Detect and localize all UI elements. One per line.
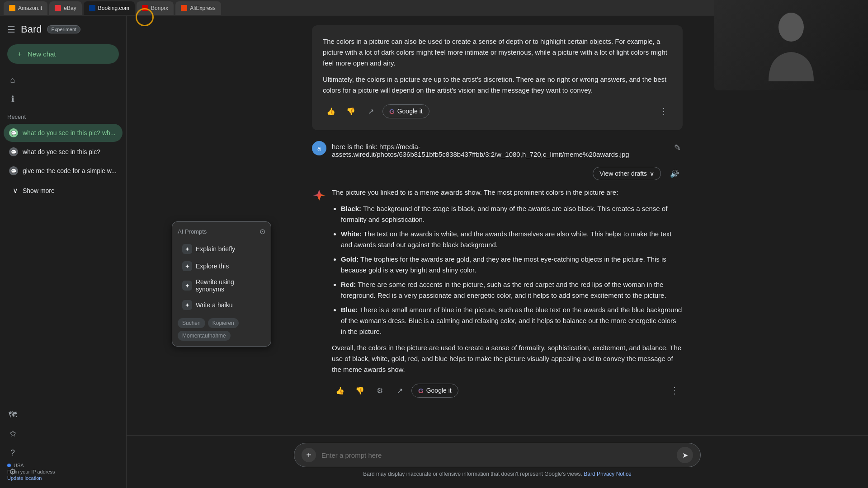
webcam-overlay <box>714 0 868 90</box>
sidebar-star-icon[interactable]: ✩ <box>4 425 22 443</box>
thumbs-down-button-1[interactable]: 👎 <box>343 103 359 119</box>
plus-icon: ＋ <box>16 50 23 58</box>
recent-items-list: 💬 what do you see in this pic? wh... 💬 w… <box>0 124 126 180</box>
share-button-2[interactable]: ↗ <box>392 382 408 399</box>
share-button-1[interactable]: ↗ <box>363 103 379 119</box>
tag-momentaufnahme[interactable]: Momentaufnahme <box>178 331 231 341</box>
explain-briefly-button[interactable]: ✦ Explain briefly <box>178 240 265 258</box>
sidebar-help-icon[interactable]: ? <box>4 444 22 462</box>
ai-prompts-title: AI Prompts <box>178 228 207 235</box>
first-response-p2: Ultimately, the colors in a picture are … <box>323 74 672 96</box>
google-g-icon-2: G <box>418 387 424 394</box>
svg-point-0 <box>778 13 804 42</box>
ai-prompts-close-button[interactable]: ⊙ <box>259 227 265 236</box>
first-response-actions: 👍 👎 ↗ G Google it ⋮ <box>323 103 672 119</box>
add-button[interactable]: + <box>302 448 316 462</box>
prompt-input[interactable] <box>321 451 671 459</box>
new-chat-label: New chat <box>28 50 56 58</box>
tab-bonprx[interactable]: Bonprx <box>137 1 174 15</box>
explore-this-label: Explore this <box>196 263 229 270</box>
location-badge: USA From your IP address Update location <box>7 463 55 481</box>
volume-button[interactable]: 🔊 <box>666 165 683 182</box>
google-it-button-2[interactable]: G Google it <box>411 384 458 398</box>
tab-label-ebay: eBay <box>64 5 76 11</box>
explore-this-icon: ✦ <box>182 261 192 271</box>
recent-item-label-0: what do you see in this pic? wh... <box>23 129 115 136</box>
view-drafts-label: View other drafts <box>599 170 647 177</box>
tag-suchen[interactable]: Suchen <box>178 318 205 328</box>
new-chat-button[interactable]: ＋ New chat <box>7 44 119 64</box>
aliexpress-favicon <box>181 5 187 11</box>
sidebar-info-icon[interactable]: ℹ <box>4 90 22 108</box>
adjust-button[interactable]: ⚙ <box>372 382 388 399</box>
recent-item-label-2: give me the code for a simple w... <box>23 167 117 174</box>
user-message-block: a here is the link: https://media-assets… <box>294 141 701 158</box>
tab-ebay[interactable]: eBay <box>49 1 81 15</box>
location-indicator <box>7 464 11 467</box>
bullet-red: Red: There are some red accents in the p… <box>341 279 683 301</box>
sidebar: ☰ Bard Experiment ＋ New chat ⌂ ℹ Recent … <box>0 16 127 488</box>
bard-response-text: The picture you linked to is a meme awar… <box>332 187 683 399</box>
first-response-text: The colors in a picture can also be used… <box>323 36 672 96</box>
webcam-feed <box>714 0 868 90</box>
write-haiku-label: Write a haiku <box>196 301 232 309</box>
sidebar-map-icon[interactable]: 🗺 <box>4 406 22 424</box>
show-more-button[interactable]: ∨ Show more <box>4 182 123 199</box>
input-row: + ➤ <box>294 443 701 467</box>
update-location-link[interactable]: Update location <box>7 475 55 481</box>
bard-logo: Bard <box>21 23 42 35</box>
tag-kopieren[interactable]: Kopieren <box>208 318 239 328</box>
input-area: + ➤ Bard may display inaccurate or offen… <box>127 435 868 488</box>
hamburger-icon[interactable]: ☰ <box>7 24 15 35</box>
thumbs-up-button-2[interactable]: 👍 <box>332 382 348 399</box>
ai-prompts-header: AI Prompts ⊙ <box>178 227 265 236</box>
privacy-notice-link[interactable]: Bard Privacy Notice <box>584 471 631 477</box>
booking-favicon <box>89 5 95 11</box>
bard-intro: The picture you linked to is a meme awar… <box>332 187 683 198</box>
show-more-label: Show more <box>23 187 55 194</box>
bullet-black: Black: The background of the stage is bl… <box>341 203 683 225</box>
user-message-text: here is the link: https://media-assets.w… <box>332 141 667 158</box>
write-haiku-button[interactable]: ✦ Write a haiku <box>178 296 265 314</box>
bullet-white: White: The text on the awards is white, … <box>341 229 683 250</box>
tab-aliexpress[interactable]: AliExpress <box>175 1 221 15</box>
location-dot: USA <box>7 463 55 468</box>
sidebar-home-icon[interactable]: ⌂ <box>4 71 22 89</box>
thumbs-up-button-1[interactable]: 👍 <box>323 103 339 119</box>
bard-actions: 👍 👎 ⚙ ↗ G Google it ⋮ <box>332 382 683 399</box>
bard-response-block: View other drafts ∨ 🔊 <box>294 165 701 399</box>
bard-conclusion: Overall, the colors in the picture are u… <box>332 343 683 375</box>
recent-item-2[interactable]: 💬 give me the code for a simple w... <box>4 162 123 180</box>
thumbs-down-button-2[interactable]: 👎 <box>352 382 368 399</box>
tab-amazon[interactable]: Amazon.it <box>4 1 47 15</box>
tab-label-amazon: Amazon.it <box>18 5 42 11</box>
google-it-button-1[interactable]: G Google it <box>382 104 429 118</box>
explore-this-button[interactable]: ✦ Explore this <box>178 258 265 275</box>
bullet-blue: Blue: There is a small amount of blue in… <box>341 305 683 337</box>
more-options-button-1[interactable]: ⋮ <box>656 103 672 119</box>
recent-item-1[interactable]: 💬 what do yoe see in this pic? <box>4 143 123 161</box>
edit-icon[interactable]: ✎ <box>672 141 683 155</box>
more-options-button-2[interactable]: ⋮ <box>666 382 683 399</box>
explain-briefly-label: Explain briefly <box>196 245 235 253</box>
footer-disclaimer: Bard may display inaccurate or offensive… <box>294 467 701 481</box>
view-drafts-button[interactable]: View other drafts ∨ <box>593 167 661 180</box>
recent-icon-2: 💬 <box>9 166 18 175</box>
recent-icon-1: 💬 <box>9 147 18 156</box>
bard-content: The picture you linked to is a meme awar… <box>312 187 683 399</box>
prompt-tags: Suchen Kopieren Momentaufnahme <box>178 318 265 341</box>
sidebar-header: ☰ Bard Experiment <box>0 20 126 39</box>
tab-booking[interactable]: Booking.com <box>84 1 135 15</box>
amazon-favicon <box>9 5 15 11</box>
first-ai-response: The colors in a picture can also be used… <box>312 25 683 130</box>
send-button[interactable]: ➤ <box>677 447 693 463</box>
google-it-label-2: Google it <box>426 387 452 394</box>
bard-ai-icon <box>312 188 326 202</box>
rewrite-synonyms-button[interactable]: ✦ Rewrite using synonyms <box>178 275 265 296</box>
recent-item-0[interactable]: 💬 what do you see in this pic? wh... <box>4 124 123 142</box>
tab-label-aliexpress: AliExpress <box>190 5 216 11</box>
bard-response-header: View other drafts ∨ 🔊 <box>312 165 683 182</box>
bard-bullets-list: Black: The background of the stage is bl… <box>332 203 683 337</box>
ai-prompts-popup: AI Prompts ⊙ ✦ Explain briefly ✦ Explore… <box>172 221 271 347</box>
chevron-down-icon: ∨ <box>13 186 18 195</box>
